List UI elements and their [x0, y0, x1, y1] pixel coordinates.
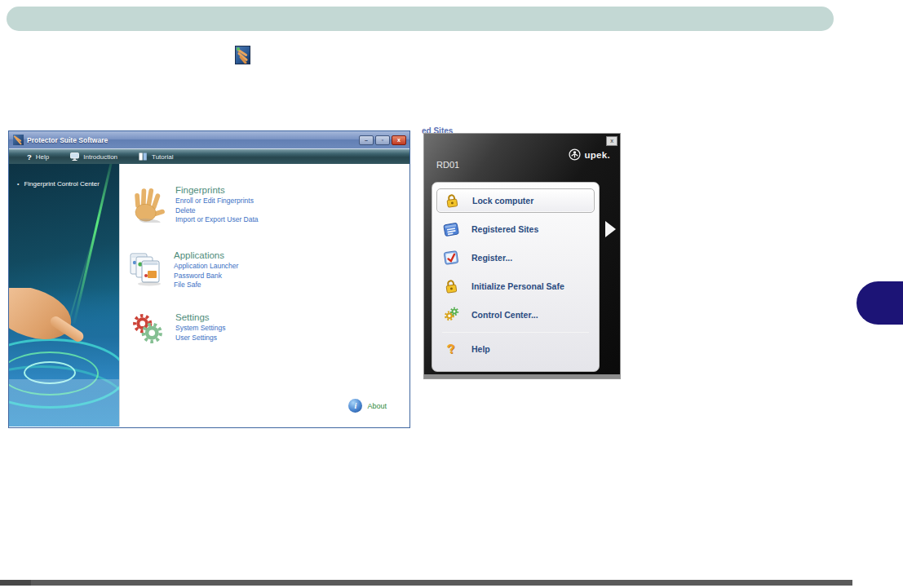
- menu-item-label: Register...: [471, 253, 512, 263]
- expand-arrow-icon[interactable]: [605, 221, 616, 237]
- link-enroll-or-edit-fingerprints[interactable]: Enroll or Edit Fingerprints: [175, 197, 259, 206]
- section-title: Fingerprints: [175, 185, 259, 195]
- menu-item-register[interactable]: Register...: [432, 243, 599, 272]
- menubar: ? Help Introduction Tutorial: [9, 148, 409, 164]
- fingerprint-app-icon: [235, 46, 250, 64]
- link-file-safe[interactable]: File Safe: [174, 281, 238, 290]
- menu-tutorial[interactable]: Tutorial: [139, 153, 173, 161]
- app-icon: [13, 135, 24, 145]
- menu-item-label: Registered Sites: [471, 224, 538, 234]
- close-icon[interactable]: x: [606, 136, 617, 146]
- manual-page: Protector Suite Software – ▫ x ? Help In…: [0, 0, 903, 588]
- lock-icon: [442, 192, 462, 209]
- bullet-icon: •: [17, 180, 19, 188]
- section-title: Settings: [175, 312, 225, 322]
- titlebar[interactable]: Protector Suite Software – ▫ x: [9, 131, 409, 148]
- menu-item-registered-sites[interactable]: Registered Sites: [432, 214, 599, 243]
- section-settings: Settings System Settings User Settings: [130, 312, 225, 345]
- minimize-button[interactable]: –: [359, 135, 374, 145]
- book-icon: [139, 153, 148, 161]
- biomenu-window: x upek. RD01: [423, 133, 621, 379]
- registered-sites-icon: [441, 220, 461, 238]
- page-footer-bar: [0, 580, 852, 586]
- sidebar: • Fingerprint Control Center: [9, 164, 119, 427]
- section-applications: Applications Application Launcher Passwo…: [128, 250, 238, 290]
- menu-item-label: Initialize Personal Safe: [471, 281, 564, 291]
- menu-item-control-center[interactable]: Control Center...: [432, 300, 599, 329]
- section-title: Applications: [174, 250, 238, 260]
- application-windows-icon: [128, 250, 164, 290]
- page-header-bar: [7, 7, 834, 31]
- info-icon: i: [348, 399, 362, 413]
- gears-icon: [130, 312, 166, 345]
- menu-item-label: Control Center...: [471, 310, 538, 320]
- menu-item-label: Lock computer: [472, 196, 533, 206]
- window-body: • Fingerprint Control Center: [9, 164, 409, 427]
- hand-icon: [130, 185, 166, 225]
- menu-help[interactable]: ? Help: [27, 153, 49, 161]
- protector-suite-window: Protector Suite Software – ▫ x ? Help In…: [8, 130, 410, 428]
- lock-icon: [441, 278, 461, 294]
- link-delete[interactable]: Delete: [175, 206, 259, 216]
- control-gears-icon: [441, 306, 461, 323]
- upek-person-icon: [569, 148, 581, 161]
- menu-divider: [442, 332, 589, 333]
- about-button[interactable]: i About: [348, 399, 387, 413]
- footer-bar-segment: [0, 580, 31, 586]
- user-label: RD01: [436, 160, 459, 170]
- section-fingerprints: Fingerprints Enroll or Edit Fingerprints…: [130, 185, 259, 225]
- menu-item-lock-computer[interactable]: Lock computer: [436, 188, 595, 213]
- sidebar-item-fingerprint-control-center[interactable]: • Fingerprint Control Center: [9, 164, 119, 188]
- help-question-icon: ?: [441, 342, 461, 356]
- link-application-launcher[interactable]: Application Launcher: [174, 262, 238, 272]
- sidebar-item-label: Fingerprint Control Center: [24, 180, 99, 188]
- menu-item-label: Help: [471, 344, 490, 354]
- maximize-button[interactable]: ▫: [375, 135, 390, 145]
- upek-brand-label: upek.: [584, 150, 610, 160]
- menu-item-help[interactable]: ? Help: [432, 334, 599, 363]
- main-panel: Fingerprints Enroll or Edit Fingerprints…: [119, 164, 409, 427]
- biomenu-panel: Lock computer Registered Sites: [432, 182, 600, 372]
- menu-tutorial-label: Tutorial: [152, 153, 173, 161]
- upek-logo: upek.: [569, 148, 610, 161]
- menu-introduction-label: Introduction: [83, 153, 117, 161]
- about-label: About: [367, 402, 387, 410]
- menu-introduction[interactable]: Introduction: [70, 153, 117, 161]
- menu-help-label: Help: [36, 153, 49, 161]
- menu-item-initialize-personal-safe[interactable]: Initialize Personal Safe: [432, 272, 599, 300]
- link-import-or-export-user-data[interactable]: Import or Export User Data: [175, 215, 259, 225]
- link-system-settings[interactable]: System Settings: [175, 324, 225, 334]
- window-title: Protector Suite Software: [27, 136, 108, 144]
- register-check-icon: [441, 249, 461, 267]
- monitor-icon: [70, 153, 79, 161]
- close-button[interactable]: x: [392, 135, 406, 145]
- fingerprint-touch-artwork: [9, 288, 119, 427]
- link-user-settings[interactable]: User Settings: [175, 334, 225, 343]
- chapter-tab: [857, 281, 903, 325]
- question-icon: ?: [27, 153, 32, 161]
- link-password-bank[interactable]: Password Bank: [174, 272, 238, 281]
